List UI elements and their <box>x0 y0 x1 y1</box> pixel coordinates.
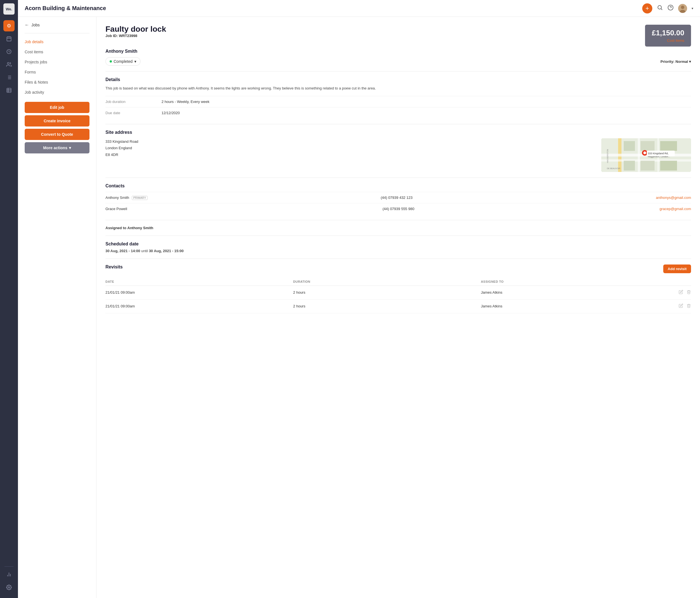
sidebar-divider <box>25 33 90 33</box>
nav-chart-icon[interactable] <box>3 569 15 580</box>
site-map[interactable]: 333 Kingsland Rd, Haggerston, London... … <box>601 138 691 172</box>
revisit-1-edit-icon[interactable] <box>679 290 683 295</box>
col-duration: DURATION <box>293 280 481 283</box>
contact-2-phone: (44) 07939 555 980 <box>382 207 659 211</box>
revisit-1-assigned: James Atkins <box>481 290 669 295</box>
nav-table-icon[interactable] <box>3 85 15 96</box>
convert-to-quote-button[interactable]: Convert to Quote <box>25 129 90 140</box>
contact-2-name: Grace Powell <box>105 207 382 211</box>
back-label: Jobs <box>31 23 40 27</box>
due-date-value: 12/12/2020 <box>161 111 180 115</box>
svg-rect-36 <box>641 161 655 171</box>
contact-1-phone: (44) 07939 432 123 <box>380 196 656 200</box>
priority-text: Priority: Normal ▾ <box>660 59 691 64</box>
sidebar-item-forms[interactable]: Forms <box>18 67 96 77</box>
revisits-section: Revisits Add revisit DATE DURATION ASSIG… <box>105 265 691 313</box>
nav-users-icon[interactable] <box>3 59 15 70</box>
revisit-1-delete-icon[interactable] <box>686 290 691 295</box>
nav-clock-icon[interactable] <box>3 46 15 57</box>
col-actions <box>669 280 691 283</box>
svg-rect-34 <box>624 161 635 171</box>
revisits-table-header: DATE DURATION ASSIGNED TO <box>105 278 691 286</box>
top-header: Acorn Building & Maintenance + ▾ <box>18 0 700 17</box>
section-divider-2 <box>105 124 691 124</box>
section-divider-4 <box>105 220 691 220</box>
assigned-text: Assigned to Anthony Smith <box>105 226 691 230</box>
price-amount: £1,150.00 <box>652 29 684 37</box>
contacts-section: Contacts Anthony Smith PRIMARY (44) 0793… <box>105 183 691 214</box>
sidebar-item-projects-jobs[interactable]: Projects jobs <box>18 57 96 67</box>
svg-point-20 <box>658 6 661 9</box>
svg-rect-35 <box>641 141 655 151</box>
svg-point-25 <box>681 6 684 9</box>
svg-text:HAGGERSTON: HAGGERSTON <box>607 149 608 163</box>
contact-1-name: Anthony Smith PRIMARY <box>105 196 380 200</box>
add-revisit-button[interactable]: Add revisit <box>663 265 691 273</box>
revisit-1-duration: 2 hours <box>293 290 481 295</box>
job-id: Job ID: WRT23998 <box>105 34 166 38</box>
site-section: 333 Kingsland Road London England E8 4DR <box>105 138 691 172</box>
duration-label: Job duration <box>105 100 161 104</box>
revisit-1-date: 21/01/21 09:00am <box>105 290 293 295</box>
cost-items-link[interactable]: Cost items <box>652 39 684 43</box>
search-icon[interactable] <box>657 4 663 12</box>
site-address-section: Site address 333 Kingsland Road London E… <box>105 130 691 172</box>
scheduled-date-section: Scheduled date 30 Aug, 2021 - 14:00 unti… <box>105 242 691 253</box>
status-badge[interactable]: Completed ▾ <box>105 57 141 66</box>
contact-row-2: Grace Powell (44) 07939 555 980 gracep@g… <box>105 203 691 214</box>
edit-job-button[interactable]: Edit job <box>25 102 90 113</box>
add-button[interactable]: + <box>642 3 652 14</box>
revisits-header: Revisits Add revisit <box>105 265 691 273</box>
svg-rect-31 <box>638 138 640 172</box>
sidebar-item-cost-items[interactable]: Cost items <box>18 47 96 57</box>
section-divider-1 <box>105 71 691 72</box>
more-actions-caret-icon: ▾ <box>69 146 71 150</box>
nav-calendar-icon[interactable] <box>3 33 15 44</box>
contact-1-email[interactable]: anthonys@gmail.com <box>656 196 691 200</box>
sidebar-item-job-activity[interactable]: Job activity <box>18 87 96 97</box>
avatar[interactable] <box>678 4 687 13</box>
site-address-title: Site address <box>105 130 691 135</box>
contact-row-1: Anthony Smith PRIMARY (44) 07939 432 123… <box>105 192 691 203</box>
svg-rect-37 <box>660 141 677 151</box>
header-actions: + ▾ <box>642 3 693 14</box>
job-title: Faulty door lock <box>105 25 166 34</box>
details-section: Details This job is based on what was di… <box>105 77 691 118</box>
back-to-jobs-link[interactable]: ← Jobs <box>18 22 96 32</box>
revisit-2-edit-icon[interactable] <box>679 303 683 309</box>
contact-2-email[interactable]: gracep@gmail.com <box>659 207 691 211</box>
svg-text:333 Kingsland Rd,: 333 Kingsland Rd, <box>648 152 669 155</box>
sidebar-item-job-details[interactable]: Job details <box>18 37 96 47</box>
col-date: DATE <box>105 280 293 283</box>
revisit-2-duration: 2 hours <box>293 304 481 308</box>
svg-point-19 <box>8 587 10 588</box>
client-name: Anthony Smith <box>105 49 691 54</box>
details-title: Details <box>105 77 691 82</box>
icon-sidebar: We. ⚙ <box>0 0 18 598</box>
more-actions-button[interactable]: More actions ▾ <box>25 142 90 153</box>
avatar-caret-icon[interactable]: ▾ <box>692 6 693 10</box>
help-icon[interactable] <box>668 4 674 12</box>
revisit-2-assigned: James Atkins <box>481 304 669 308</box>
due-date-label: Due date <box>105 111 161 115</box>
sidebar-divider <box>4 566 14 567</box>
create-invoice-button[interactable]: Create invoice <box>25 115 90 126</box>
nav-jobs-icon[interactable]: ⚙ <box>3 20 15 31</box>
nav-list-icon[interactable] <box>3 72 15 83</box>
svg-rect-0 <box>7 37 11 41</box>
main-content: Faulty door lock Job ID: WRT23998 £1,150… <box>97 17 700 598</box>
contact-1-badge: PRIMARY <box>132 196 147 200</box>
nav-settings-icon[interactable] <box>3 582 15 593</box>
status-label: Completed <box>114 59 133 64</box>
due-date-row: Due date 12/12/2020 <box>105 107 691 118</box>
revisit-1-actions <box>669 290 691 295</box>
back-arrow-icon: ← <box>25 22 29 27</box>
app-logo: We. <box>3 3 15 15</box>
scheduled-text: 30 Aug, 2021 - 14:00 until 30 Aug, 2021 … <box>105 249 691 253</box>
revisit-2-delete-icon[interactable] <box>686 303 691 309</box>
contacts-title: Contacts <box>105 183 691 189</box>
map-visual: 333 Kingsland Rd, Haggerston, London... … <box>601 138 691 172</box>
details-description: This job is based on what was discussed … <box>105 85 691 92</box>
sidebar-item-files-notes[interactable]: Files & Notes <box>18 77 96 87</box>
site-line1: 333 Kingsland Road <box>105 138 595 145</box>
